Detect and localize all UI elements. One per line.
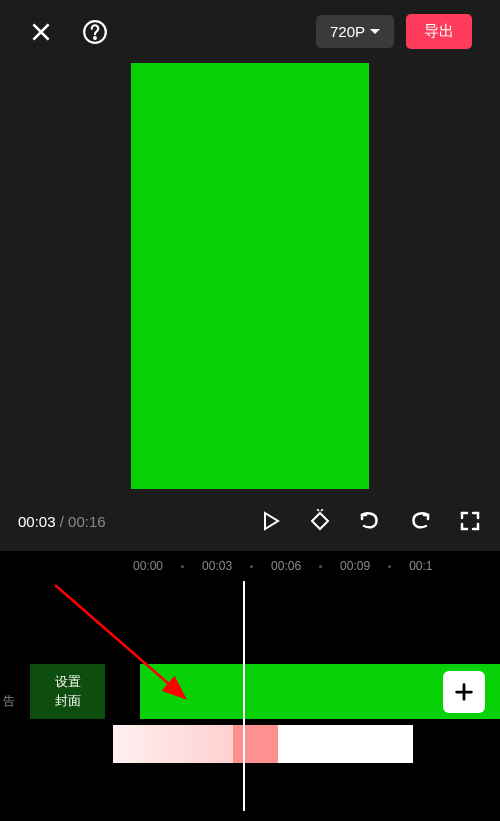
clip-segment	[113, 725, 233, 763]
clip-segment	[278, 725, 413, 763]
close-icon	[28, 19, 54, 45]
secondary-clip[interactable]	[113, 725, 413, 763]
add-clip-button[interactable]	[443, 671, 485, 713]
ruler-mark: 00:09	[340, 559, 370, 573]
redo-button[interactable]	[408, 509, 432, 533]
play-button[interactable]	[258, 509, 282, 533]
time-display: 00:03 / 00:16	[18, 513, 106, 530]
undo-icon	[358, 509, 382, 533]
current-time: 00:03	[18, 513, 56, 530]
play-icon	[258, 509, 282, 533]
fullscreen-icon	[458, 509, 482, 533]
cover-label-line2: 封面	[55, 692, 81, 710]
plus-icon	[453, 681, 475, 703]
ruler-mark: 00:03	[202, 559, 232, 573]
keyframe-icon	[308, 509, 332, 533]
help-icon	[82, 19, 108, 45]
fullscreen-button[interactable]	[458, 509, 482, 533]
ruler-dot	[181, 565, 184, 568]
playhead[interactable]	[243, 581, 245, 811]
clip-segment	[233, 725, 278, 763]
export-button[interactable]: 导出	[406, 14, 472, 49]
ruler-mark: 00:1	[409, 559, 432, 573]
redo-icon	[408, 509, 432, 533]
resolution-dropdown[interactable]: 720P	[316, 15, 394, 48]
close-button[interactable]	[28, 19, 54, 45]
total-time: 00:16	[68, 513, 106, 530]
cover-label-line1: 设置	[55, 673, 81, 691]
keyframe-button[interactable]	[308, 509, 332, 533]
ruler-mark: 00:00	[133, 559, 163, 573]
help-button[interactable]	[82, 19, 108, 45]
ruler-mark: 00:06	[271, 559, 301, 573]
ruler-dot	[388, 565, 391, 568]
svg-point-1	[94, 37, 96, 39]
set-cover-button[interactable]: 设置 封面	[30, 664, 105, 719]
video-preview[interactable]	[131, 63, 369, 489]
time-ruler[interactable]: 00:00 00:03 00:06 00:09 00:1	[0, 551, 500, 581]
undo-button[interactable]	[358, 509, 382, 533]
ruler-dot	[319, 565, 322, 568]
side-label: 告	[3, 693, 15, 710]
resolution-label: 720P	[330, 23, 365, 40]
ruler-dot	[250, 565, 253, 568]
chevron-down-icon	[370, 29, 380, 34]
